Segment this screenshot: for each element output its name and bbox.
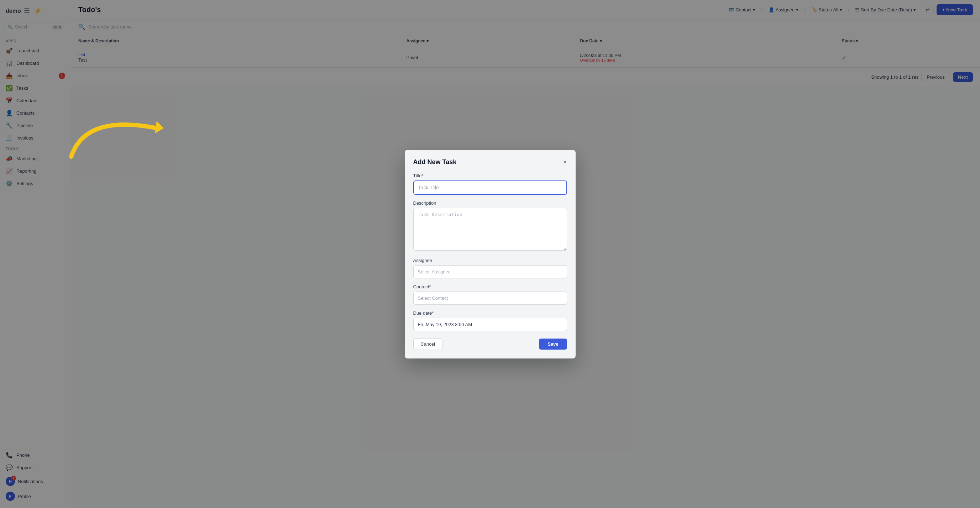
modal-overlay: Add New Task × Title* Description Assign…: [0, 0, 980, 508]
description-label: Description: [413, 201, 567, 206]
description-field-group: Description: [413, 201, 567, 252]
task-title-input[interactable]: [413, 180, 567, 195]
cancel-label: Cancel: [421, 341, 435, 347]
due-date-label: Due date*: [413, 311, 567, 316]
contact-field-group: Contact* Select Contact: [413, 284, 567, 305]
add-task-modal: Add New Task × Title* Description Assign…: [405, 150, 576, 358]
task-description-input[interactable]: [413, 208, 567, 251]
title-label: Title*: [413, 173, 567, 178]
save-button[interactable]: Save: [539, 339, 567, 350]
contact-select[interactable]: Select Contact: [413, 291, 567, 305]
assignee-select[interactable]: Select Assignee: [413, 265, 567, 279]
modal-close-button[interactable]: ×: [563, 159, 567, 165]
modal-footer: Cancel Save: [413, 338, 567, 350]
cancel-button[interactable]: Cancel: [413, 338, 442, 350]
arrow-annotation: [64, 100, 178, 172]
modal-title: Add New Task: [413, 158, 457, 166]
assignee-field-group: Assignee Select Assignee: [413, 258, 567, 279]
title-field-group: Title*: [413, 173, 567, 195]
assignee-label: Assignee: [413, 258, 567, 263]
close-icon: ×: [563, 158, 567, 166]
svg-marker-0: [155, 121, 164, 134]
save-label: Save: [547, 341, 558, 347]
due-date-value[interactable]: Fri, May 19, 2023 8:00 AM: [413, 318, 567, 331]
due-date-field-group: Due date* Fri, May 19, 2023 8:00 AM: [413, 311, 567, 331]
modal-header: Add New Task ×: [413, 158, 567, 166]
contact-label: Contact*: [413, 284, 567, 290]
